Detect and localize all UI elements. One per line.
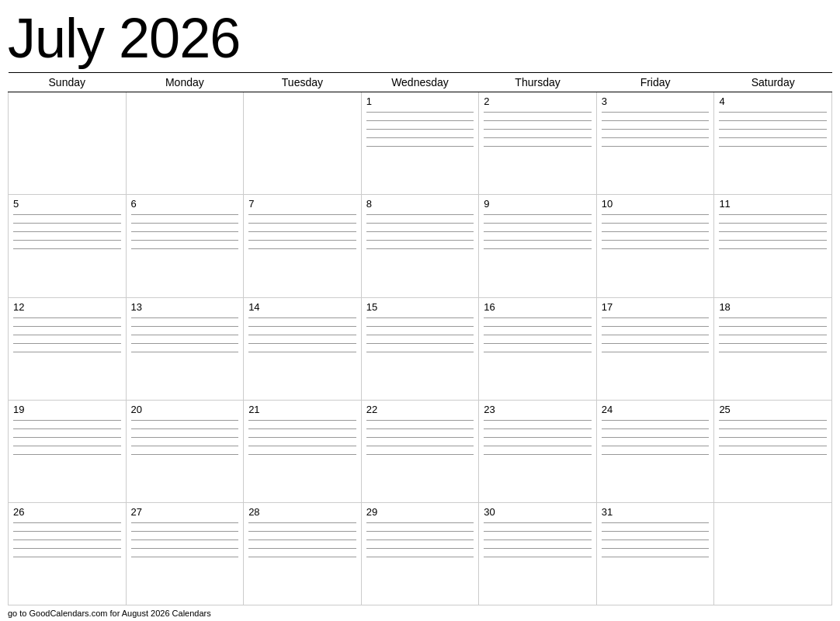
day-number: 28 <box>248 506 356 518</box>
line <box>602 437 710 438</box>
line <box>719 146 827 147</box>
calendar-day-empty <box>244 92 362 195</box>
day-lines <box>484 420 592 455</box>
line <box>602 454 710 455</box>
line <box>719 137 827 138</box>
line <box>602 548 710 549</box>
line <box>484 231 592 232</box>
line <box>366 214 474 215</box>
line <box>366 146 474 147</box>
line <box>602 112 710 113</box>
line <box>248 522 356 523</box>
line <box>366 317 474 318</box>
day-number: 20 <box>131 404 239 415</box>
line <box>248 437 356 438</box>
calendar-day-6: 6 <box>126 195 244 297</box>
line <box>602 120 710 121</box>
line <box>366 446 474 446</box>
line <box>131 522 239 523</box>
calendar-day-25: 25 <box>714 400 832 502</box>
day-number: 3 <box>602 95 710 107</box>
calendar-week-row: 567891011 <box>9 195 832 297</box>
line <box>366 335 474 335</box>
line <box>13 231 121 232</box>
calendar-day-13: 13 <box>126 297 244 400</box>
line <box>131 557 239 557</box>
calendar-day-20: 20 <box>126 400 244 502</box>
line <box>484 326 592 327</box>
calendar-day-30: 30 <box>479 502 597 605</box>
day-number: 11 <box>719 198 827 210</box>
line <box>366 231 474 232</box>
line <box>366 120 474 121</box>
day-number: 1 <box>366 95 474 107</box>
line <box>131 343 239 344</box>
line <box>13 539 121 540</box>
line <box>248 420 356 421</box>
day-lines <box>13 317 121 352</box>
line <box>366 137 474 138</box>
day-lines <box>602 317 710 352</box>
calendar-day-12: 12 <box>9 297 127 400</box>
calendar-day-7: 7 <box>244 195 362 297</box>
line <box>602 223 710 224</box>
calendar-day-11: 11 <box>714 195 832 297</box>
day-number: 6 <box>131 198 239 210</box>
day-number: 23 <box>484 404 592 415</box>
day-lines <box>602 112 710 147</box>
day-number: 25 <box>719 404 827 415</box>
line <box>366 531 474 532</box>
day-number: 29 <box>366 506 474 518</box>
line <box>248 539 356 540</box>
line <box>484 454 592 455</box>
line <box>484 420 592 421</box>
line <box>248 231 356 232</box>
day-lines <box>131 420 239 455</box>
line <box>719 428 827 429</box>
line <box>484 522 592 523</box>
day-lines <box>131 214 239 249</box>
calendar-day-21: 21 <box>244 400 362 502</box>
line <box>131 214 239 215</box>
calendar-day-26: 26 <box>9 502 127 605</box>
line <box>131 248 239 249</box>
line <box>13 240 121 241</box>
line <box>484 352 592 352</box>
calendar-day-31: 31 <box>596 502 714 605</box>
line <box>719 231 827 232</box>
calendar-day-27: 27 <box>126 502 244 605</box>
line <box>131 240 239 241</box>
day-number: 7 <box>248 198 356 210</box>
day-lines <box>719 112 827 147</box>
line <box>366 420 474 421</box>
line <box>366 548 474 549</box>
line <box>602 352 710 352</box>
line <box>248 557 356 557</box>
line <box>484 214 592 215</box>
line <box>248 326 356 327</box>
line <box>602 335 710 335</box>
day-number: 16 <box>484 301 592 313</box>
calendar-table: SundayMondayTuesdayWednesdayThursdayFrid… <box>8 72 832 605</box>
day-lines <box>13 522 121 557</box>
day-number: 24 <box>602 404 710 415</box>
line <box>366 352 474 352</box>
line <box>602 557 710 557</box>
line <box>602 428 710 429</box>
line <box>602 446 710 446</box>
line <box>366 343 474 344</box>
day-number: 12 <box>13 301 121 313</box>
day-lines <box>366 420 474 455</box>
line <box>13 428 121 429</box>
day-lines <box>484 112 592 147</box>
day-number: 15 <box>366 301 474 313</box>
line <box>13 446 121 446</box>
line <box>719 454 827 455</box>
calendar-day-18: 18 <box>714 297 832 400</box>
calendar-day-28: 28 <box>244 502 362 605</box>
line <box>484 137 592 138</box>
line <box>13 352 121 352</box>
line <box>484 129 592 130</box>
line <box>484 531 592 532</box>
line <box>131 437 239 438</box>
